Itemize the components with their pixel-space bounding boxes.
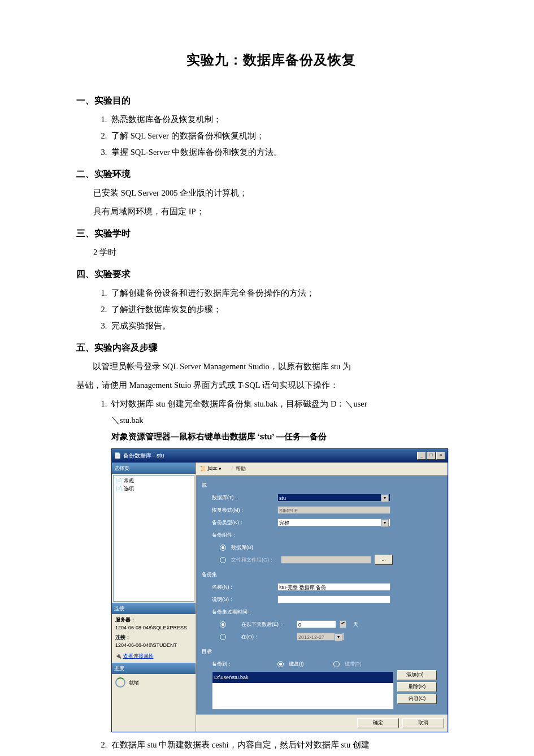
radio-database[interactable] bbox=[220, 545, 226, 551]
list-item: 了解进行数据库恢复的步骤； bbox=[109, 301, 466, 318]
progress-icon bbox=[115, 677, 125, 688]
list-item: 了解 SQL Server 的数据备份和恢复机制； bbox=[109, 128, 466, 144]
list-item: 熟悉数据库备份及恢复机制； bbox=[109, 111, 466, 128]
page-icon: 📄 bbox=[116, 477, 122, 485]
desc-label: 说明(S)： bbox=[212, 594, 274, 604]
destination-item[interactable]: D:\user\stu.bak bbox=[212, 672, 393, 683]
close-button[interactable]: × bbox=[436, 452, 445, 460]
minimize-button[interactable]: _ bbox=[417, 452, 426, 460]
section-3-heading: 三、实验学时 bbox=[76, 228, 466, 240]
radio-tape[interactable] bbox=[333, 661, 340, 667]
dialog-right-panel: 📜 脚本 ▾ ❔ 帮助 源 bbox=[196, 463, 448, 732]
dialog-title: 备份数据库 - stu bbox=[123, 450, 164, 461]
server-value: 1204-06-08-048\SQLEXPRESS bbox=[115, 624, 192, 632]
paragraph: 已安装 SQL Server 2005 企业版的计算机； bbox=[93, 185, 466, 201]
page-options-label: 选项 bbox=[124, 485, 134, 493]
dialog-icon: 📄 bbox=[114, 450, 121, 461]
ok-button[interactable]: 确定 bbox=[357, 718, 399, 728]
page-general[interactable]: 📄 常规 bbox=[116, 477, 192, 485]
radio-expire-on[interactable] bbox=[220, 634, 226, 640]
name-input[interactable]: stu-完整 数据库 备份 bbox=[277, 583, 390, 591]
section-2-heading: 二、实验环境 bbox=[76, 169, 466, 180]
page-list: 📄 常规 📄 选项 bbox=[113, 475, 194, 602]
maximize-button[interactable]: □ bbox=[427, 452, 436, 460]
screenshot-backup-dialog: 📄 备份数据库 - stu _ □ × 选择页 bbox=[111, 448, 466, 732]
add-button[interactable]: 添加(D)... bbox=[397, 670, 437, 680]
step-2-text: 在数据库 stu 中新建数据表 ceshi，内容自定，然后针对数据库 stu 创… bbox=[111, 740, 370, 749]
backup-type-select[interactable]: 完整 bbox=[277, 519, 390, 526]
step-1-line3: 对象资源管理器—鼠标右键单击数据库 ‘stu’ —任务—备份 bbox=[111, 429, 466, 445]
section-4-heading: 四、实验要求 bbox=[76, 269, 466, 280]
cancel-button[interactable]: 取消 bbox=[402, 718, 444, 728]
paragraph: 2 学时 bbox=[93, 244, 466, 261]
step-1-line2: ＼stu.bak bbox=[111, 412, 466, 429]
backup-type-label: 备份类型(K)： bbox=[212, 517, 274, 528]
expire-label: 备份集过期时间： bbox=[212, 607, 274, 617]
connection-icon: 🔌 bbox=[115, 653, 121, 659]
name-label: 名称(N)： bbox=[212, 582, 274, 592]
chevron-down-icon: ▾ bbox=[219, 464, 222, 474]
filegroup-field bbox=[281, 556, 371, 564]
radio-expire-days[interactable] bbox=[220, 621, 226, 628]
desc-input[interactable] bbox=[277, 595, 390, 603]
radio-disk[interactable] bbox=[277, 661, 284, 667]
expire-on-label: 在(O)： bbox=[231, 632, 293, 642]
list-item: 完成实验报告。 bbox=[109, 318, 466, 334]
destination-list[interactable]: D:\user\stu.bak bbox=[212, 671, 394, 710]
expire-days-label: 在以下天数后(E)： bbox=[231, 619, 293, 629]
dialog-footer: 确定 取消 bbox=[196, 714, 448, 732]
list-item: 了解创建备份设备和进行数据库完全备份操作的方法； bbox=[109, 285, 466, 301]
dialog-toolbar: 📜 脚本 ▾ ❔ 帮助 bbox=[196, 463, 448, 476]
connection-label: 连接： bbox=[115, 634, 192, 642]
recovery-model-label: 恢复模式(M)： bbox=[212, 505, 274, 515]
form-area: 源 数据库(T)： stu 恢复模式(M)： SIMPLE bbox=[196, 476, 448, 714]
dialog-titlebar[interactable]: 📄 备份数据库 - stu _ □ × bbox=[112, 449, 448, 463]
help-icon: ❔ bbox=[228, 464, 235, 474]
script-label: 脚本 bbox=[207, 464, 218, 474]
group-destination: 目标 bbox=[202, 646, 442, 656]
step-1-text: 针对数据库 stu 创建完全数据库备份集 stu.bak，目标磁盘为 D：＼us… bbox=[111, 399, 367, 408]
connection-panel: 服务器： 1204-06-08-048\SQLEXPRESS 连接： 1204-… bbox=[112, 614, 196, 663]
progress-panel: 就绪 bbox=[112, 674, 196, 691]
list-item: 针对数据库 stu 创建完全数据库备份集 stu.bak，目标磁盘为 D：＼us… bbox=[109, 396, 466, 732]
radio-tape-label: 磁带(P) bbox=[345, 659, 362, 669]
group-backupset: 备份集 bbox=[202, 569, 442, 580]
section-1-heading: 一、实验目的 bbox=[76, 95, 466, 107]
help-label: 帮助 bbox=[236, 464, 246, 474]
database-label: 数据库(T)： bbox=[212, 493, 274, 503]
paragraph: 具有局域网环境，有固定 IP； bbox=[93, 204, 466, 220]
section-5-heading: 五、实验内容及步骤 bbox=[76, 342, 466, 354]
backup-dialog: 📄 备份数据库 - stu _ □ × 选择页 bbox=[111, 448, 448, 732]
server-label: 服务器： bbox=[115, 616, 192, 624]
expire-days-input[interactable]: 0 bbox=[297, 620, 336, 628]
paragraph: 基础，请使用 Management Stuio 界面方式或 T-SQL 语句实现… bbox=[76, 377, 466, 394]
progress-text: 就绪 bbox=[129, 677, 139, 688]
radio-filegroup[interactable] bbox=[220, 557, 226, 563]
content-button[interactable]: 内容(C) bbox=[397, 694, 437, 704]
radio-filegroup-label: 文件和文件组(G)： bbox=[231, 555, 274, 565]
pages-header: 选择页 bbox=[112, 463, 196, 474]
backup-component-label: 备份组件： bbox=[212, 530, 274, 540]
page-title: 实验九：数据库备份及恢复 bbox=[76, 51, 466, 69]
help-button[interactable]: ❔ 帮助 bbox=[227, 464, 248, 474]
expire-on-date[interactable]: 2012-12-27 bbox=[297, 633, 344, 641]
list-item: 在数据库 stu 中新建数据表 ceshi，内容自定，然后针对数据库 stu 创… bbox=[109, 737, 466, 756]
filegroup-browse-button[interactable]: ... bbox=[375, 555, 393, 565]
script-button[interactable]: 📜 脚本 ▾ bbox=[198, 464, 223, 474]
remove-button[interactable]: 删除(R) bbox=[397, 682, 437, 692]
section-5-list: 针对数据库 stu 创建完全数据库备份集 stu.bak，目标磁盘为 D：＼us… bbox=[76, 396, 466, 756]
section-4-list: 了解创建备份设备和进行数据库完全备份操作的方法； 了解进行数据库恢复的步骤； 完… bbox=[76, 285, 466, 334]
dest-label: 备份到： bbox=[212, 659, 274, 669]
view-connection-link[interactable]: 查看连接属性 bbox=[123, 653, 154, 659]
radio-disk-label: 磁盘(I) bbox=[289, 659, 304, 669]
connection-value: 1204-06-08-048\STUDENT bbox=[115, 642, 192, 650]
page-options[interactable]: 📄 选项 bbox=[116, 485, 192, 493]
group-source: 源 bbox=[202, 480, 442, 490]
radio-database-label: 数据库(B) bbox=[231, 542, 253, 552]
spinner-icon[interactable]: ▴▾ bbox=[340, 620, 346, 628]
page: 实验九：数据库备份及恢复 一、实验目的 熟悉数据库备份及恢复机制； 了解 SQL… bbox=[0, 0, 534, 756]
progress-header: 进度 bbox=[112, 663, 196, 674]
database-select[interactable]: stu bbox=[277, 494, 390, 502]
connection-header: 连接 bbox=[112, 603, 196, 614]
step-2-line2: 差异备份； bbox=[111, 753, 466, 756]
